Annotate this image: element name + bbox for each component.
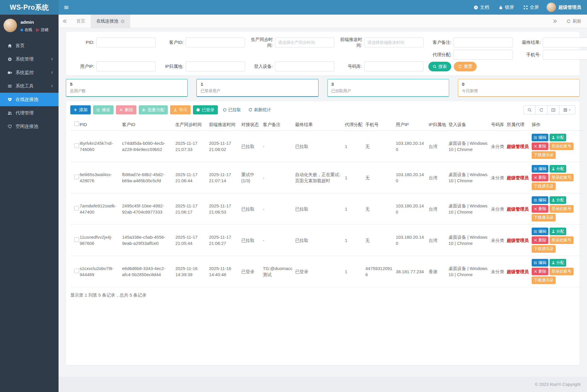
remark-input[interactable] bbox=[453, 37, 513, 47]
sidebar-item-6[interactable]: 空闲连接池 bbox=[0, 120, 59, 133]
search-view-button[interactable] bbox=[523, 105, 535, 114]
sidebar-toggle-button[interactable] bbox=[59, 0, 74, 15]
refresh-stats-button[interactable]: 刷新统计 bbox=[246, 105, 274, 114]
column-header-12[interactable]: 号码库 bbox=[491, 118, 507, 131]
sync-time-input[interactable] bbox=[275, 37, 334, 47]
cell-result: 已拉取 bbox=[295, 131, 345, 162]
column-header-10[interactable]: IP归属地 bbox=[429, 118, 449, 131]
row-delete-button[interactable]: 删除 bbox=[532, 236, 548, 244]
close-icon[interactable] bbox=[121, 19, 125, 23]
row-checkbox[interactable] bbox=[74, 269, 79, 273]
cell-push-time: 2025-11-17 21:08:02 bbox=[209, 131, 241, 162]
row-edit-button[interactable]: 编辑 bbox=[532, 228, 548, 235]
row-checkbox[interactable] bbox=[74, 175, 79, 179]
row-action-label: 编辑 bbox=[538, 166, 546, 171]
sidebar-item-5[interactable]: 代理管理 bbox=[0, 106, 59, 120]
row-assign-button[interactable]: 分配 bbox=[550, 228, 566, 235]
column-header-0[interactable]: PID bbox=[80, 118, 122, 131]
search-button[interactable]: 搜索 bbox=[428, 62, 451, 71]
row-assign-button[interactable]: 分配 bbox=[550, 259, 566, 267]
tabs-scroll-right-button[interactable] bbox=[549, 15, 561, 28]
row-checkbox[interactable] bbox=[74, 237, 79, 242]
push-time-input[interactable] bbox=[364, 37, 424, 47]
tabs-scroll-left-button[interactable] bbox=[59, 15, 71, 28]
delete-button[interactable]: 删除 bbox=[116, 105, 136, 114]
navbar-user-menu[interactable]: 超级管理员 bbox=[544, 0, 587, 15]
navbar-link-0[interactable]: ?文档 bbox=[469, 0, 494, 15]
result-input[interactable] bbox=[543, 37, 587, 47]
number-lib-input[interactable] bbox=[364, 61, 424, 71]
row-download-contacts-button[interactable]: 下载通讯录 bbox=[532, 151, 556, 159]
row-edit-button[interactable]: 编辑 bbox=[532, 259, 548, 267]
list-alt-view-button[interactable] bbox=[547, 105, 559, 114]
row-delete-button[interactable]: 删除 bbox=[532, 268, 548, 275]
row-edit-button[interactable]: 编辑 bbox=[532, 196, 548, 204]
agent-assign-input[interactable] bbox=[453, 50, 513, 60]
row-edit-button[interactable]: 编辑 bbox=[532, 165, 548, 173]
row-download-contacts-button[interactable]: 下载通讯录 bbox=[532, 183, 556, 190]
reset-button[interactable]: 重置 bbox=[454, 62, 477, 71]
column-header-4[interactable]: 对接状态 bbox=[241, 118, 263, 131]
tab-refresh-button[interactable]: 刷新 bbox=[561, 15, 587, 28]
edit-button[interactable]: 修改 bbox=[93, 105, 114, 114]
row-assign-button[interactable]: 分配 bbox=[550, 134, 566, 141]
column-header-7[interactable]: 代理分配 bbox=[345, 118, 365, 131]
row-download-contacts-button[interactable]: 下载通讯录 bbox=[532, 214, 556, 221]
column-header-3[interactable]: 前端推送时间 bbox=[209, 118, 241, 131]
phone-input[interactable] bbox=[543, 50, 587, 60]
toolbar-button-label: 删除 bbox=[125, 107, 133, 113]
row-edit-button[interactable]: 编辑 bbox=[532, 134, 548, 141]
pulled-filter-button[interactable]: 已拉取 bbox=[220, 105, 244, 114]
tab-0[interactable]: 首页 bbox=[71, 15, 91, 28]
column-header-1[interactable]: 客户ID bbox=[122, 118, 175, 131]
expand-icon bbox=[523, 5, 528, 10]
sidebar-item-2[interactable]: 系统监控 bbox=[0, 66, 59, 79]
column-header-5[interactable]: 客户备注 bbox=[263, 118, 295, 131]
row-delete-button[interactable]: 删除 bbox=[532, 205, 548, 213]
app-logo[interactable]: WS-Pro系统 bbox=[0, 0, 59, 15]
sidebar-item-3[interactable]: 系统工具 bbox=[0, 79, 59, 93]
row-delete-button[interactable]: 删除 bbox=[532, 174, 548, 181]
row-login-account-button[interactable]: 登录此账号 bbox=[550, 268, 574, 275]
select-all-checkbox[interactable] bbox=[74, 121, 79, 126]
row-assign-button[interactable]: 分配 bbox=[550, 196, 566, 204]
sidebar-item-1[interactable]: 系统管理 bbox=[0, 52, 59, 66]
client-id-input[interactable] bbox=[186, 37, 245, 47]
row-login-account-button[interactable]: 登录此账号 bbox=[550, 236, 574, 244]
refresh-view-button[interactable] bbox=[535, 105, 547, 114]
column-header-2[interactable]: 生产同步时间 bbox=[175, 118, 209, 131]
row-login-account-button[interactable]: 登录此账号 bbox=[550, 174, 574, 181]
online-status[interactable]: 在线 bbox=[25, 27, 32, 32]
row-login-account-button[interactable]: 登录此账号 bbox=[550, 142, 574, 150]
column-header-9[interactable]: 用户IP bbox=[396, 118, 429, 131]
sidebar-item-4[interactable]: 在线连接池 bbox=[0, 93, 59, 106]
column-header-14[interactable]: 操作 bbox=[532, 118, 583, 131]
batch-assign-button[interactable]: 批量分配 bbox=[139, 105, 168, 114]
row-assign-button[interactable]: 分配 bbox=[550, 165, 566, 173]
row-login-account-button[interactable]: 登录此账号 bbox=[550, 205, 574, 213]
logged-in-filter-button[interactable]: 已登录 bbox=[193, 105, 218, 114]
cell-push-time: 2025-11-17 21:07:14 bbox=[209, 162, 241, 193]
row-download-contacts-button[interactable]: 下载通讯录 bbox=[532, 245, 556, 253]
add-button[interactable]: 添加 bbox=[70, 105, 91, 114]
row-download-contacts-button[interactable]: 下载通讯录 bbox=[532, 276, 556, 284]
ip-location-input[interactable] bbox=[186, 61, 245, 71]
column-header-11[interactable]: 登入设备 bbox=[449, 118, 491, 131]
grid-view-button[interactable] bbox=[559, 105, 575, 114]
column-header-8[interactable]: 手机号 bbox=[365, 118, 396, 131]
column-header-13[interactable]: 所属代理 bbox=[507, 118, 532, 131]
row-delete-button[interactable]: 删除 bbox=[532, 142, 548, 150]
navbar-link-1[interactable]: 锁屏 bbox=[494, 0, 519, 15]
row-checkbox[interactable] bbox=[74, 206, 79, 211]
sidebar-item-0[interactable]: 首页 bbox=[0, 39, 59, 52]
column-header-6[interactable]: 最终结果 bbox=[295, 118, 345, 131]
row-checkbox[interactable] bbox=[74, 143, 79, 148]
row-action-label: 登录此账号 bbox=[552, 206, 571, 212]
navbar-link-2[interactable]: 全屏 bbox=[519, 0, 544, 15]
export-button[interactable]: 导出 bbox=[170, 105, 191, 114]
device-input[interactable] bbox=[275, 61, 334, 71]
pid-input[interactable] bbox=[96, 37, 156, 47]
user-ip-input[interactable] bbox=[96, 61, 156, 71]
tab-1[interactable]: 在线连接池 bbox=[91, 15, 130, 28]
logout-link[interactable]: 注销 bbox=[36, 27, 48, 32]
